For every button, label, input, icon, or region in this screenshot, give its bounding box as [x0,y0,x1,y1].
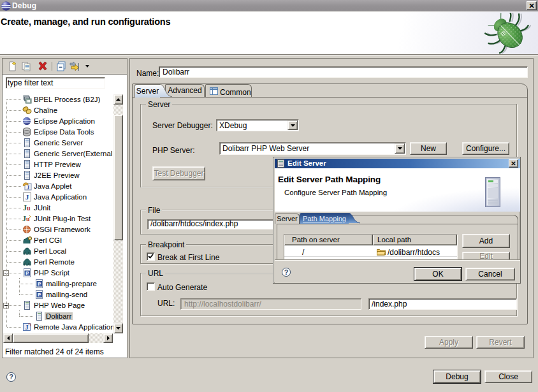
svg-text:u: u [26,215,30,222]
svg-text:u: u [27,205,31,212]
svg-text:J: J [25,324,29,331]
svg-text:P: P [38,293,41,297]
svg-text:P: P [38,282,41,286]
svg-text:J: J [27,184,30,191]
svg-text:P: P [25,271,29,275]
svg-text:J: J [25,193,29,201]
